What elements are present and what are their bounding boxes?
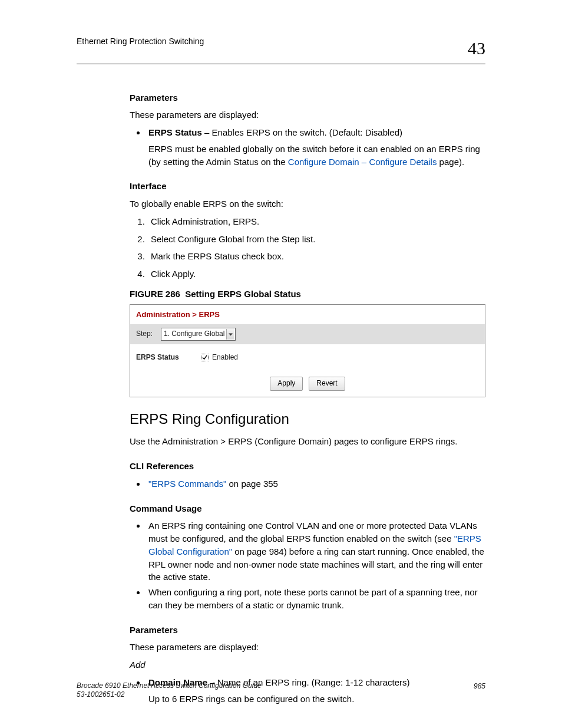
panel-button-row: Apply Revert [130, 371, 485, 396]
figure-title: Setting ERPS Global Status [185, 289, 301, 299]
erps-commands-link[interactable]: "ERPS Commands" [148, 479, 226, 489]
chevron-down-icon [226, 329, 234, 339]
command-usage-item-1: An ERPS ring containing one Control VLAN… [146, 519, 485, 584]
interface-intro: To globally enable ERPS on the switch: [130, 197, 485, 210]
page-header: Ethernet Ring Protection Switching 43 [77, 35, 485, 64]
interface-heading: Interface [130, 180, 485, 193]
step-4: Click Apply. [147, 268, 485, 281]
step-label: Step: [136, 329, 161, 339]
param-subtext: ERPS must be enabled globally on the swi… [148, 143, 485, 169]
step-select-value: 1. Configure Global [164, 330, 224, 338]
add-subheading: Add [130, 658, 485, 671]
cli-references-heading: CLI References [130, 460, 485, 473]
step-3: Mark the ERPS Status check box. [147, 250, 485, 263]
svg-marker-0 [229, 333, 233, 335]
erps-config-panel: Administration > ERPS Step: 1. Configure… [130, 304, 485, 397]
command-usage-item-2: When configuring a ring port, note these… [146, 586, 485, 612]
apply-button[interactable]: Apply [270, 377, 303, 390]
erps-status-checkbox[interactable] [201, 354, 209, 361]
parameters2-heading: Parameters [130, 624, 485, 637]
step-1: Click Administration, ERPS. [147, 215, 485, 228]
revert-button[interactable]: Revert [309, 377, 345, 390]
step-2: Select Configure Global from the Step li… [147, 233, 485, 246]
step-row: Step: 1. Configure Global [130, 324, 485, 344]
page-number: 985 [474, 681, 485, 700]
chapter-number: 43 [468, 35, 485, 61]
param-sub-b: page). [437, 157, 464, 167]
figure-caption: FIGURE 286 Setting ERPS Global Status [130, 288, 485, 301]
panel-breadcrumb: Administration > ERPS [130, 305, 485, 325]
parameters-intro: These parameters are displayed: [130, 108, 485, 121]
command-usage-heading: Command Usage [130, 502, 485, 515]
parameters-heading: Parameters [130, 91, 485, 104]
ring-config-intro: Use the Administration > ERPS (Configure… [130, 435, 485, 448]
page-footer: Brocade 6910 Ethernet Access Switch Conf… [77, 681, 485, 700]
param-text: – Enables ERPS on the switch. (Default: … [202, 127, 402, 137]
step-select[interactable]: 1. Configure Global [161, 328, 236, 340]
enabled-label: Enabled [212, 353, 238, 363]
erps-status-label: ERPS Status [136, 353, 201, 363]
param-item: ERPS Status – Enables ERPS on the switch… [146, 126, 485, 168]
main-content: Parameters These parameters are displaye… [130, 91, 485, 706]
running-title: Ethernet Ring Protection Switching [77, 35, 204, 47]
erps-status-row: ERPS Status Enabled [130, 344, 485, 371]
param-term: ERPS Status [148, 127, 202, 137]
footer-doc-title: Brocade 6910 Ethernet Access Switch Conf… [77, 681, 262, 691]
parameters2-intro: These parameters are displayed: [130, 641, 485, 654]
ring-config-heading: ERPS Ring Configuration [130, 409, 485, 430]
footer-doc-number: 53-1002651-02 [77, 690, 262, 700]
cu1-text-a: An ERPS ring containing one Control VLAN… [148, 521, 477, 543]
cli-ref-tail: on page 355 [226, 479, 278, 489]
cli-ref-item: "ERPS Commands" on page 355 [146, 477, 485, 490]
configure-domain-link[interactable]: Configure Domain – Configure Details [288, 157, 437, 167]
figure-number: FIGURE 286 [130, 289, 180, 299]
